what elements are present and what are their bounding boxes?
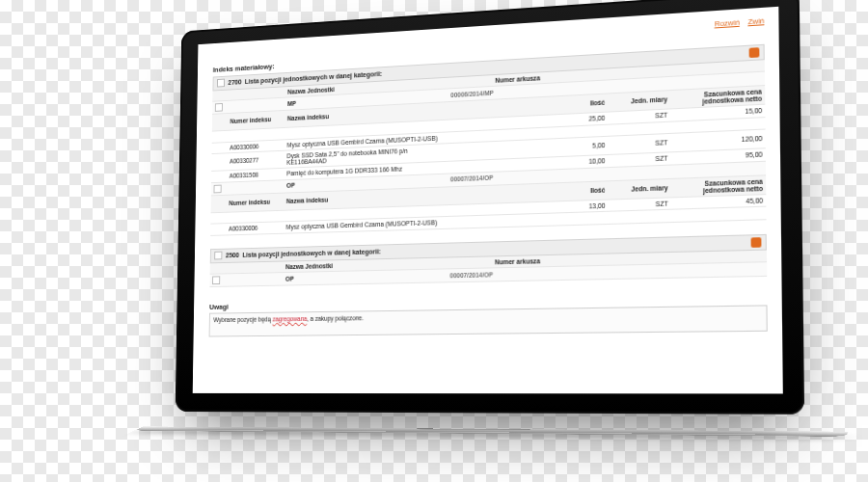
cell-index: A00331508 bbox=[230, 171, 284, 179]
cell-name bbox=[286, 211, 447, 216]
col-price: Szacunkowa cena jednostkowa netto bbox=[671, 88, 762, 107]
app-screen: Rozwiń Zwiń Indeks materiałowy: 2700 Lis… bbox=[193, 7, 783, 394]
cell-unit: SZT bbox=[609, 155, 667, 165]
category-code: 2500 bbox=[226, 252, 239, 259]
cell-unit: SZT bbox=[609, 112, 667, 121]
remarks-text-pre: Wybrane pozycje będą bbox=[213, 316, 272, 324]
remarks-text-post: , a zakupy połączone. bbox=[307, 314, 364, 322]
cell-index: A00330006 bbox=[229, 224, 283, 232]
cell-qty: 10,00 bbox=[548, 157, 606, 167]
collapse-icon[interactable] bbox=[751, 237, 762, 248]
category-title: Lista pozycji jednostkowych w danej kate… bbox=[242, 248, 381, 258]
laptop-body: Rozwiń Zwiń Indeks materiałowy: 2700 Lis… bbox=[141, 0, 849, 467]
cell-index: A00330006 bbox=[230, 142, 284, 150]
laptop-base bbox=[134, 426, 849, 437]
sheet-checkbox[interactable] bbox=[212, 276, 220, 284]
cell-name: Mysz optyczna USB Gembird Czarna (MUSOPT… bbox=[285, 219, 446, 230]
cell-qty: 13,00 bbox=[548, 202, 606, 211]
cell-index bbox=[230, 134, 284, 137]
collapse-icon[interactable] bbox=[749, 47, 760, 58]
expand-link[interactable]: Rozwiń bbox=[715, 18, 740, 29]
col-sheet-number: Numer arkusza bbox=[495, 252, 764, 265]
cell-qty: 5,00 bbox=[548, 142, 606, 151]
col-name: Nazwa indeksu bbox=[286, 192, 447, 204]
sheet-checkbox[interactable] bbox=[215, 103, 223, 112]
sheet-checkbox[interactable] bbox=[214, 184, 222, 193]
category-code: 2700 bbox=[228, 78, 241, 86]
remarks-text-error: zagregowana bbox=[272, 315, 307, 322]
cell-price: 15,00 bbox=[671, 107, 762, 119]
category-checkbox[interactable] bbox=[217, 79, 225, 88]
col-unit: Jedn. miary bbox=[609, 184, 667, 194]
col-index: Numer indeksu bbox=[229, 199, 283, 207]
sheet-code: OP bbox=[285, 272, 447, 282]
sheet-number: 00007/2014/OP bbox=[450, 173, 544, 183]
cell-price: 45,00 bbox=[672, 197, 763, 207]
cell-qty: 25,00 bbox=[548, 115, 606, 124]
col-index: Numer indeksu bbox=[231, 116, 285, 125]
col-unit: Jedn. miary bbox=[609, 96, 667, 106]
col-price: Szacunkowa cena jednostkowa netto bbox=[672, 177, 763, 195]
cell-price: 120,00 bbox=[671, 135, 762, 146]
col-qty: Ilość bbox=[548, 99, 606, 109]
sheet-number: 00007/2014/OP bbox=[449, 270, 543, 279]
col-qty: Ilość bbox=[548, 187, 606, 196]
cell-unit: SZT bbox=[609, 140, 667, 149]
cell-index: A00330277 bbox=[230, 156, 284, 165]
category-checkbox[interactable] bbox=[214, 252, 222, 260]
laptop-notch bbox=[416, 428, 531, 430]
sheet-number: 00006/2014/MP bbox=[450, 87, 543, 98]
cell-price: 95,00 bbox=[672, 151, 763, 162]
cell-index bbox=[229, 216, 283, 218]
screen-bezel: Rozwiń Zwiń Indeks materiałowy: 2700 Lis… bbox=[176, 0, 804, 415]
col-name: Nazwa indeksu bbox=[287, 107, 448, 121]
cell-unit: SZT bbox=[610, 201, 668, 209]
category-2700: 2700 Lista pozycji jednostkowych w danej… bbox=[210, 43, 766, 235]
collapse-link[interactable]: Zwiń bbox=[747, 16, 764, 26]
laptop-mockup: Rozwiń Zwiń Indeks materiałowy: 2700 Lis… bbox=[116, 0, 829, 482]
col-sheet-number: Numer arkusza bbox=[495, 62, 761, 84]
